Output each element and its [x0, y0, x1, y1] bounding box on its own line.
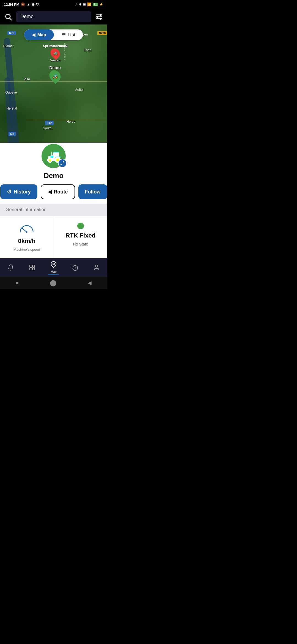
search-bar: Demo: [0, 9, 107, 24]
status-right: ↗ ✱ ⊠ 📶 91 ⚡: [75, 2, 103, 6]
profile-nav-icon: [93, 264, 100, 272]
android-stop-btn[interactable]: ■: [16, 280, 19, 286]
history-label: History: [14, 189, 31, 195]
map-background: Riemst Gulpen Epen Visé Oupeye Aubel Her…: [0, 24, 107, 157]
status-left: 12:54 PM 🔕 ▲ ◉ 🛡: [4, 2, 39, 7]
history-button[interactable]: ↺ History: [0, 184, 37, 199]
info-cards: 0km/h Machine's speed RTK Fixed Fix Stat…: [0, 216, 107, 258]
search-input[interactable]: Demo: [16, 11, 91, 22]
sprimatdemo02-label: Sprimatdemo02: [43, 44, 68, 48]
bluetooth-icon: ✱: [79, 2, 82, 6]
nav-item-history[interactable]: [64, 264, 86, 272]
svg-point-5: [97, 16, 98, 17]
time-display: 12:54 PM: [4, 2, 19, 7]
history-nav-icon: [72, 264, 78, 272]
map-label-vise: Visé: [24, 77, 30, 81]
map-label-riemst: Riemst: [3, 44, 13, 48]
search-value: Demo: [20, 14, 34, 19]
speedometer-svg: [19, 223, 34, 234]
nav-item-profile[interactable]: [86, 264, 107, 272]
svg-point-17: [95, 265, 98, 267]
search-icon: [4, 13, 12, 21]
android-nav-bar: ■ ⬤ ◀: [0, 277, 107, 289]
history-icon: ↺: [7, 189, 12, 195]
map-list-toggle[interactable]: ◀ Map ☰ List: [24, 29, 83, 40]
map-active-indicator: [48, 274, 59, 275]
action-buttons: ↺ History ◀ Route Follow: [0, 184, 107, 199]
nav-item-devices[interactable]: [21, 264, 43, 272]
map-toggle-list-btn[interactable]: ☰ List: [54, 29, 83, 40]
map-area[interactable]: Riemst Gulpen Epen Visé Oupeye Aubel Her…: [0, 24, 107, 157]
map-nav-icon: [50, 261, 57, 269]
android-back-btn[interactable]: ◀: [88, 280, 92, 286]
location-icon: ◉: [32, 2, 34, 6]
svg-rect-12: [30, 265, 32, 267]
mute-icon: 🔕: [21, 2, 25, 6]
avatar-badge: [58, 159, 67, 168]
tractor-icon-green: 🚜: [52, 73, 58, 79]
red-pin-wrap: 🚜: [43, 48, 68, 59]
map-label-oupeye: Oupeye: [6, 91, 17, 94]
android-home-btn[interactable]: ⬤: [50, 279, 57, 286]
nav-icon: ▲: [27, 2, 30, 6]
map-toggle-map-btn[interactable]: ◀ Map: [24, 29, 54, 40]
device-name: Demo: [0, 171, 107, 180]
speed-card: 0km/h Machine's speed: [0, 216, 54, 258]
marker-demo[interactable]: Demo 🚜: [49, 65, 61, 82]
map-label-herstal: Herstal: [6, 107, 17, 110]
devices-icon: [29, 264, 35, 272]
svg-point-16: [53, 263, 54, 265]
map-toggle-arrow-icon: ◀: [32, 32, 35, 37]
device-avatar: 🚜: [40, 143, 67, 169]
rtk-status: RTK Fixed: [65, 232, 95, 239]
route-badge-e42: E42: [45, 121, 54, 125]
rtk-label: Fix State: [73, 242, 88, 246]
map-label-soum: Soum.: [43, 126, 53, 130]
red-pin-body: 🚜: [48, 47, 62, 60]
bottom-panel: 🚜 Demo ↺ History ◀ Route Follow: [0, 143, 107, 258]
green-pin-wrap: 🚜: [49, 70, 61, 82]
marker-sprimatdemo02[interactable]: Sprimatdemo02 🚜 Voeren: [43, 43, 68, 62]
tractor-icon-red: 🚜: [53, 51, 58, 56]
bell-icon: [7, 264, 14, 272]
route-badge-n3: N3: [9, 132, 16, 136]
green-pin-body: 🚜: [47, 68, 63, 84]
battery-low-icon: ⊠: [83, 2, 86, 6]
svg-line-1: [10, 18, 11, 20]
expand-icon: [60, 161, 65, 165]
svg-rect-14: [30, 268, 32, 270]
map-label-herve: Herve: [67, 120, 75, 124]
nav-item-alerts[interactable]: [0, 264, 21, 272]
shield-icon: 🛡: [36, 2, 39, 6]
charging-icon: ⚡: [99, 2, 103, 6]
bottom-navigation: Map: [0, 258, 107, 277]
svg-line-11: [22, 228, 27, 232]
fix-state-card: RTK Fixed Fix State: [54, 216, 108, 258]
rtk-status-dot: [77, 223, 84, 229]
svg-point-7: [100, 18, 101, 19]
speed-value: 0km/h: [18, 238, 35, 245]
battery-level: 91: [93, 3, 98, 6]
filter-icon: [95, 13, 103, 21]
general-info-title: General information: [6, 207, 46, 212]
map-toggle-map-label: Map: [37, 32, 46, 37]
route-badge-n79: N79: [7, 31, 16, 35]
demo-map-label: Demo: [49, 65, 61, 70]
map-nav-label: Map: [51, 270, 56, 273]
map-label-aubel: Aubel: [75, 88, 84, 92]
search-icon-button[interactable]: [3, 12, 13, 22]
route-button[interactable]: ◀ Route: [41, 184, 75, 199]
follow-label: Follow: [85, 189, 101, 195]
route-icon: ◀: [48, 189, 52, 195]
nav-item-map[interactable]: Map: [43, 261, 64, 275]
speed-label: Machine's speed: [13, 247, 40, 252]
route-label: Route: [54, 189, 68, 195]
svg-point-3: [100, 14, 101, 15]
filter-button[interactable]: [94, 12, 104, 22]
list-icon: ☰: [62, 32, 65, 37]
route-badge-n278: N278: [97, 31, 107, 35]
status-bar: 12:54 PM 🔕 ▲ ◉ 🛡 ↗ ✱ ⊠ 📶 91 ⚡: [0, 0, 107, 9]
gps-icon: ↗: [75, 2, 78, 6]
general-info-header: General information: [0, 204, 107, 216]
follow-button[interactable]: Follow: [78, 184, 107, 199]
